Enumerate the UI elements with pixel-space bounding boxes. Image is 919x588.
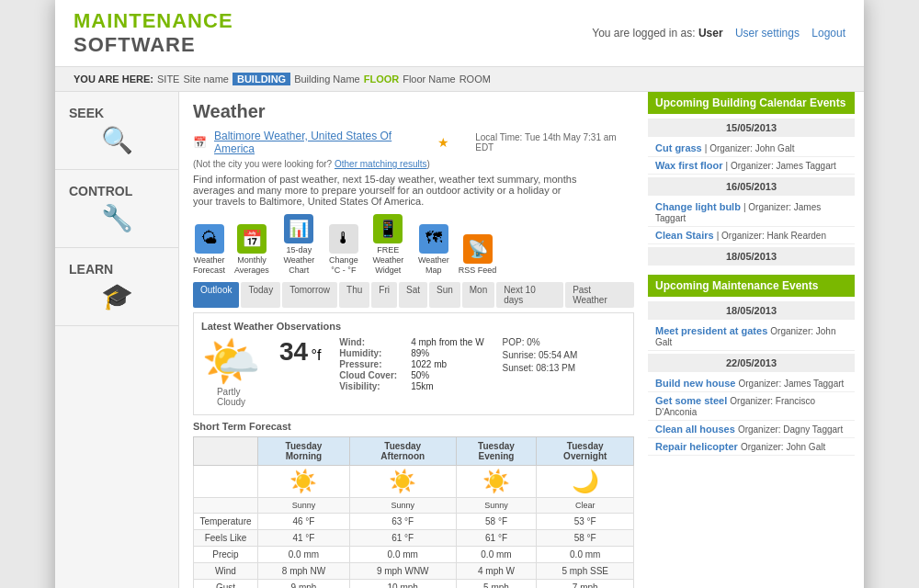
breadcrumb-you-are-here: YOU ARE HERE: — [74, 74, 153, 85]
event-organizer: | Organizer: John Galt — [705, 143, 795, 153]
obs-detail-label: Pressure: — [339, 359, 397, 369]
sidebar: SEEK 🔍 CONTROL 🔧 LEARN 🎓 — [55, 92, 179, 588]
logout-link[interactable]: Logout — [811, 27, 845, 40]
tools-icon: 🔧 — [101, 203, 133, 233]
maintenance-event-link[interactable]: Get some steel — [655, 395, 727, 406]
calendar-event-item: Cut grass | Organizer: John Galt — [648, 140, 855, 157]
weather-icons-row: 🌤WeatherForecast📅MonthlyAverages📊15-dayW… — [193, 214, 634, 275]
weather-tab[interactable]: Fri — [371, 282, 397, 308]
not-city: (Not the city you were looking for? Othe… — [193, 159, 634, 169]
forecast-cell: 0.0 mm — [537, 547, 634, 563]
weather-tab[interactable]: Next 10 days — [496, 282, 563, 308]
weather-location-link[interactable]: Baltimore Weather, United States Of Amer… — [214, 130, 430, 155]
maintenance-event-link[interactable]: Clean all houses — [655, 424, 735, 435]
search-icon: 🔍 — [101, 125, 133, 155]
user-settings-link[interactable]: User settings — [735, 27, 800, 40]
forecast-col-header: TuesdayAfternoon — [349, 437, 456, 466]
forecast-cell: 58 °F — [456, 514, 537, 530]
graduation-icon: 🎓 — [101, 281, 133, 311]
weather-icon-item[interactable]: 🌤WeatherForecast — [193, 224, 225, 276]
user-info: You are logged in as: User User settings… — [592, 27, 845, 40]
weather-favorite-icon[interactable]: ★ — [437, 135, 449, 150]
weather-icon-item[interactable]: 📊15-dayWeather Chart — [278, 214, 320, 275]
maintenance-event-organizer: Organizer: John Galt — [741, 442, 825, 452]
weather-tab[interactable]: Tomorrow — [282, 282, 337, 308]
forecast-title: Short Term Forecast — [193, 421, 634, 432]
sidebar-item-learn[interactable]: LEARN 🎓 — [55, 248, 178, 326]
event-link[interactable]: Wax first floor — [655, 160, 723, 171]
forecast-table: TuesdayMorningTuesdayAfternoonTuesdayEve… — [193, 436, 634, 588]
weather-tab[interactable]: Sun — [429, 282, 460, 308]
weather-tab[interactable]: Thu — [339, 282, 369, 308]
obs-detail-label: Humidity: — [339, 348, 397, 358]
sidebar-item-control[interactable]: CONTROL 🔧 — [55, 170, 178, 248]
obs-detail-value: 15km — [411, 381, 483, 391]
breadcrumb-room-label: ROOM — [460, 74, 491, 85]
forecast-condition-cell: Clear — [537, 498, 634, 514]
event-link[interactable]: Cut grass — [655, 142, 702, 153]
calendar-section: Upcoming Building Calendar Events 15/05/… — [648, 92, 855, 266]
weather-icon-item[interactable]: 🗺WeatherMap — [418, 224, 449, 276]
forecast-cell: 0.0 mm — [258, 547, 350, 563]
forecast-icon-cell: ☀️ — [456, 466, 537, 498]
weather-tabs: OutlookTodayTomorrowThuFriSatSunMonNext … — [193, 282, 634, 308]
calendar-event-item: Clean Stairs | Organizer: Hank Rearden — [648, 227, 855, 244]
weather-icon-item[interactable]: 📱FREE WeatherWidget — [368, 214, 409, 275]
content-main: Weather 📅 Baltimore Weather, United Stat… — [179, 92, 643, 588]
forecast-row-label: Wind — [194, 563, 258, 580]
forecast-icon-cell: ☀️ — [258, 466, 350, 498]
weather-tab[interactable]: Mon — [462, 282, 494, 308]
forecast-row-label: Precip — [194, 547, 258, 563]
weather-tab[interactable]: Sat — [399, 282, 427, 308]
forecast-cell: 0.0 mm — [349, 547, 456, 563]
forecast-col-header: TuesdayOvernight — [537, 437, 634, 466]
current-condition: PartlyCloudy — [217, 387, 245, 407]
event-link[interactable]: Change light bulb — [655, 201, 741, 212]
calendar-events: 15/05/2013Cut grass | Organizer: John Ga… — [648, 119, 855, 266]
weather-tab[interactable]: Today — [241, 282, 280, 308]
forecast-cell: 5 mph SSE — [537, 563, 634, 580]
maintenance-event-link[interactable]: Repair helicopter — [655, 441, 738, 452]
weather-header: 📅 Baltimore Weather, United States Of Am… — [193, 130, 634, 155]
calendar-date-header: 18/05/2013 — [648, 247, 855, 266]
maintenance-event-link[interactable]: Meet president at gates — [655, 325, 767, 336]
breadcrumb-building-label[interactable]: BUILDING — [233, 73, 290, 85]
local-time: Local Time: Tue 14th May 7:31 am EDT — [475, 132, 634, 153]
sidebar-item-seek[interactable]: SEEK 🔍 — [55, 92, 178, 170]
event-organizer: | Organizer: Hank Rearden — [717, 231, 826, 241]
maintenance-event-item: Build new house Organizer: James Taggart — [648, 375, 855, 392]
breadcrumb-floor-label: FLOOR — [364, 74, 400, 85]
weather-icon-item[interactable]: 📅MonthlyAverages — [234, 224, 269, 276]
weather-tab[interactable]: Outlook — [193, 282, 239, 308]
forecast-condition-cell: Sunny — [258, 498, 350, 514]
obs-details: Wind:4 mph from the WHumidity:89%Pressur… — [339, 337, 483, 391]
obs-detail-value: 4 mph from the W — [411, 337, 483, 347]
maintenance-event-link[interactable]: Build new house — [655, 378, 735, 389]
weather-icon-item[interactable]: 🌡Change°C - °F — [329, 224, 358, 276]
not-city-text: (Not the city you were looking for? — [193, 159, 332, 169]
sunrise: Sunrise: 05:54 AM — [503, 350, 578, 360]
forecast-condition-cell: Sunny — [349, 498, 456, 514]
obs-icon-area: 🌤️ PartlyCloudy — [201, 337, 261, 407]
forecast-cell: 0.0 mm — [456, 547, 537, 563]
obs-content: 🌤️ PartlyCloudy 34 °f Wind:4 mph from th… — [201, 337, 626, 407]
sidebar-seek-label: SEEK — [64, 106, 169, 120]
calendar-event-item: Change light bulb | Organizer: James Tag… — [648, 198, 855, 227]
weather-tab[interactable]: Past Weather — [565, 282, 634, 308]
weather-icon-item[interactable]: 📡RSS Feed — [459, 234, 497, 276]
event-link[interactable]: Clean Stairs — [655, 230, 714, 241]
maintenance-title: Upcoming Maintenance Events — [648, 275, 855, 297]
obs-detail-label: Visibility: — [339, 381, 397, 391]
forecast-col-header: TuesdayMorning — [258, 437, 350, 466]
forecast-cell: 8 mph NW — [258, 563, 350, 580]
other-matching-link[interactable]: Other matching results — [335, 159, 427, 169]
forecast-condition-cell: Sunny — [456, 498, 537, 514]
logo-line1: MAINTENANCE — [74, 9, 233, 33]
obs-temp-area: 34 °f — [279, 337, 321, 367]
main-layout: SEEK 🔍 CONTROL 🔧 LEARN 🎓 Weather 📅 Balti… — [55, 92, 864, 588]
observations-section: Latest Weather Observations 🌤️ PartlyClo… — [193, 312, 634, 415]
forecast-cell: 10 mph — [349, 580, 456, 588]
forecast-cell: 7 mph — [537, 580, 634, 588]
obs-detail-label: Cloud Cover: — [339, 370, 397, 380]
local-time-label: Local Time — [475, 132, 519, 142]
